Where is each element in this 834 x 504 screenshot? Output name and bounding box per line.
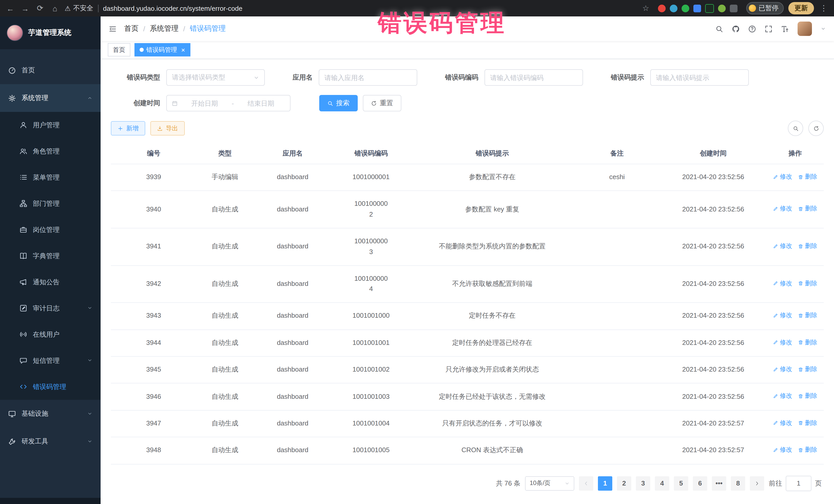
sidebar-item-home[interactable]: 首页 — [0, 57, 101, 84]
close-icon[interactable]: × — [181, 46, 185, 53]
edit-link[interactable]: 修改 — [773, 337, 792, 347]
bookmark-star-icon[interactable]: ☆ — [642, 4, 649, 13]
table-row: 3941 自动生成 dashboard 1001000003 不能删除类型为系统… — [111, 228, 824, 265]
search-icon[interactable] — [716, 25, 723, 32]
sidebar-item-error-code[interactable]: 错误码管理 — [0, 374, 101, 400]
edit-link[interactable]: 修改 — [773, 445, 792, 455]
address-bar[interactable]: dashboard.yudao.iocoder.cn/system/error-… — [103, 4, 649, 13]
sidebar-item-notice[interactable]: 通知公告 — [0, 269, 101, 295]
date-range-picker[interactable]: - — [166, 95, 290, 111]
delete-link[interactable]: 删除 — [798, 172, 817, 182]
reset-button[interactable]: 重置 — [363, 95, 401, 111]
font-size-icon[interactable] — [781, 25, 789, 32]
search-button[interactable]: 搜索 — [319, 95, 358, 111]
add-button[interactable]: 新增 — [111, 121, 145, 135]
toggle-search-button[interactable] — [788, 120, 803, 136]
sidebar-item-user[interactable]: 用户管理 — [0, 112, 101, 138]
error-type-select[interactable]: 请选择错误码类型 — [166, 69, 265, 86]
reload-icon[interactable]: ⟳ — [35, 4, 45, 13]
delete-link[interactable]: 删除 — [798, 391, 817, 401]
extension-icon[interactable] — [682, 4, 689, 12]
help-icon[interactable] — [748, 25, 756, 32]
delete-link[interactable]: 删除 — [798, 279, 817, 288]
delete-link[interactable]: 删除 — [798, 310, 817, 320]
edit-link[interactable]: 修改 — [773, 241, 792, 251]
sidebar-item-dept[interactable]: 部门管理 — [0, 191, 101, 217]
github-icon[interactable] — [732, 25, 740, 32]
delete-link[interactable]: 删除 — [798, 241, 817, 251]
page-button[interactable]: 6 — [693, 476, 707, 490]
page-button[interactable]: 1 — [598, 476, 612, 490]
sidebar-item-role[interactable]: 角色管理 — [0, 138, 101, 164]
delete-link[interactable]: 删除 — [798, 365, 817, 374]
home-icon[interactable]: ⌂ — [50, 4, 60, 13]
update-button[interactable]: 更新 — [788, 2, 814, 14]
edit-link[interactable]: 修改 — [773, 172, 792, 182]
sidebar-footer[interactable] — [0, 498, 101, 504]
app-logo[interactable]: 芋道管理系统 — [0, 17, 101, 49]
edit-link[interactable]: 修改 — [773, 204, 792, 214]
extension-icon[interactable] — [718, 4, 726, 12]
refresh-table-button[interactable] — [808, 120, 824, 136]
url-text[interactable]: dashboard.yudao.iocoder.cn/system/error-… — [103, 4, 242, 12]
page-button[interactable]: 8 — [731, 476, 745, 490]
caret-down-icon[interactable] — [821, 26, 826, 31]
fullscreen-icon[interactable] — [765, 25, 772, 32]
puzzle-extension-icon[interactable] — [730, 4, 738, 12]
edit-link[interactable]: 修改 — [773, 310, 792, 320]
cell-created: 2021-04-20 23:52:56 — [660, 329, 767, 356]
sidebar-item-sms[interactable]: 短信管理 — [0, 348, 101, 374]
next-page-button[interactable] — [750, 476, 764, 490]
app-name-input[interactable] — [324, 74, 412, 81]
end-date-input[interactable] — [237, 99, 285, 107]
delete-link[interactable]: 删除 — [798, 337, 817, 347]
export-button[interactable]: 导出 — [150, 121, 185, 135]
delete-link[interactable]: 删除 — [798, 445, 817, 455]
tag-home[interactable]: 首页 — [108, 43, 130, 57]
sidebar-item-infra[interactable]: 基础设施 — [0, 400, 101, 428]
sidebar-item-menu[interactable]: 菜单管理 — [0, 164, 101, 191]
breadcrumb-item[interactable]: 首页 — [124, 24, 138, 34]
user-avatar[interactable] — [797, 22, 812, 36]
tag-error-code[interactable]: 错误码管理 × — [134, 43, 190, 57]
table-row: 3945 自动生成 dashboard 1001001002 只允许修改为开启或… — [111, 356, 824, 384]
error-code-input[interactable] — [490, 74, 577, 81]
breadcrumb-item[interactable]: 系统管理 — [150, 24, 179, 34]
delete-link[interactable]: 删除 — [798, 418, 817, 428]
edit-link[interactable]: 修改 — [773, 365, 792, 374]
paused-profile-chip[interactable]: 已暂停 — [746, 2, 784, 14]
sidebar-item-post[interactable]: 岗位管理 — [0, 217, 101, 243]
edit-link[interactable]: 修改 — [773, 391, 792, 401]
page-button[interactable]: 3 — [636, 476, 650, 490]
extension-icon[interactable] — [705, 4, 714, 13]
start-date-input[interactable] — [181, 99, 229, 107]
edit-link[interactable]: 修改 — [773, 418, 792, 428]
sidebar-item-label: 研发工具 — [22, 437, 48, 446]
table-row: 3944 自动生成 dashboard 1001001001 定时任务的处理器已… — [111, 329, 824, 356]
back-icon[interactable]: ← — [5, 4, 15, 13]
dashboard-icon — [8, 66, 16, 74]
chrome-menu-icon[interactable]: ⋮ — [819, 4, 829, 13]
sidebar-toggle-icon[interactable] — [109, 25, 116, 32]
page-button[interactable]: 5 — [674, 476, 688, 490]
sidebar-item-dict[interactable]: 字典管理 — [0, 243, 101, 269]
sidebar-item-system[interactable]: 系统管理 — [0, 84, 101, 112]
delete-link[interactable]: 删除 — [798, 204, 817, 214]
cell-code: 1001001000 — [332, 303, 410, 329]
extension-icon[interactable] — [658, 4, 666, 12]
forward-icon[interactable]: → — [20, 4, 30, 13]
extension-icon[interactable] — [670, 4, 678, 12]
sidebar-item-audit-log[interactable]: 审计日志 — [0, 295, 101, 321]
page-button[interactable]: 2 — [617, 476, 631, 490]
page-button[interactable]: 4 — [655, 476, 669, 490]
page-ellipsis[interactable]: ••• — [712, 476, 726, 490]
goto-page-input[interactable] — [786, 476, 811, 491]
security-indicator[interactable]: ⚠ 不安全 — [65, 4, 93, 13]
edit-link[interactable]: 修改 — [773, 279, 792, 288]
error-msg-input[interactable] — [656, 74, 743, 81]
prev-page-button[interactable] — [579, 476, 593, 490]
extension-icon[interactable] — [694, 4, 701, 12]
sidebar-item-dev-tools[interactable]: 研发工具 — [0, 428, 101, 455]
page-size-select[interactable]: 10条/页 — [525, 476, 574, 490]
sidebar-item-online-user[interactable]: 在线用户 — [0, 321, 101, 348]
